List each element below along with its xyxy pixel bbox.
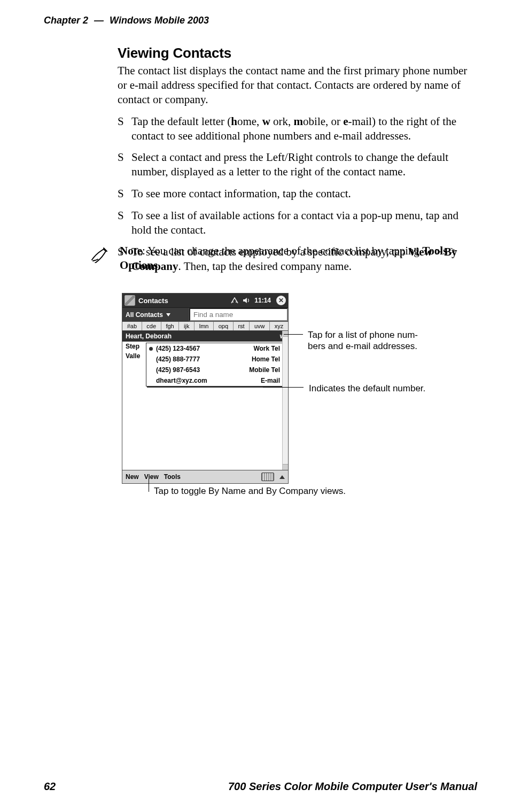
bullet-1: Tap the default letter (home, w ork, mob… <box>118 114 479 143</box>
start-flag-icon[interactable] <box>125 295 135 306</box>
command-bar: New View Tools <box>122 470 288 483</box>
alpha-cell[interactable]: ijk <box>179 322 195 330</box>
contact-name: Heart, Deborah <box>126 332 172 340</box>
running-footer: 62 700 Series Color Mobile Computer User… <box>44 780 477 793</box>
callout-leader <box>284 334 303 335</box>
category-label: All Contacts <box>126 311 163 319</box>
speaker-icon <box>243 297 250 304</box>
chevron-down-icon <box>166 313 170 316</box>
contact-row-selected[interactable]: Heart, Deborah w <box>122 331 288 342</box>
menu-view[interactable]: View <box>144 473 159 481</box>
device-screenshot: Contacts 11:14 ✕ All Contacts # <box>122 293 289 484</box>
contacts-list[interactable]: Heart, Deborah w Step Valle (425) 123-45… <box>122 331 288 470</box>
alpha-index[interactable]: #ab cde fgh ijk lmn opq rst uvw xyz <box>122 322 288 331</box>
scrollbar[interactable] <box>282 331 288 470</box>
callout-view-toggle: Tap to toggle By Name and By Company vie… <box>154 485 432 497</box>
app-title: Contacts <box>138 297 168 305</box>
popup-type: Work Tel <box>253 345 280 352</box>
bullet-3: To see more contact information, tap the… <box>118 187 479 201</box>
popup-value: (425) 987-6543 <box>156 366 200 374</box>
section-intro: The contact list displays the contact na… <box>118 64 479 107</box>
contact-popup: (425) 123-4567 Work Tel (425) 888-7777 H… <box>146 343 285 386</box>
section-title: Viewing Contacts <box>118 45 479 61</box>
close-icon[interactable]: ✕ <box>276 296 286 305</box>
alpha-cell[interactable]: #ab <box>122 322 142 330</box>
window-titlebar: Contacts 11:14 ✕ <box>122 293 288 308</box>
connectivity-icon <box>231 297 238 304</box>
book-part: Windows Mobile 2003 <box>110 15 209 26</box>
alpha-cell[interactable]: opq <box>214 322 234 330</box>
bullet-4: To see a list of available actions for a… <box>118 208 479 237</box>
popup-row[interactable]: (425) 123-4567 Work Tel <box>146 343 284 354</box>
note-text: Note: You can change the appearance of t… <box>120 244 479 273</box>
alpha-cell[interactable]: rst <box>234 322 250 330</box>
header-separator: — <box>91 15 107 26</box>
callout-popup: Tap for a list of phone num- bers and e-… <box>308 329 468 352</box>
callout-default: Indicates the default number. <box>309 383 480 394</box>
page-number: 62 <box>44 780 56 793</box>
popup-row[interactable]: dheart@xyz.com E-mail <box>146 375 284 386</box>
popup-value: (425) 123-4567 <box>156 345 200 352</box>
svg-point-0 <box>232 301 234 303</box>
callout-leader <box>263 387 304 388</box>
alpha-cell[interactable]: fgh <box>161 322 180 330</box>
popup-value: dheart@xyz.com <box>156 377 207 384</box>
callout-leader <box>149 479 149 492</box>
chapter-label: Chapter 2 <box>44 15 88 26</box>
bullet-2: Select a contact and press the Left/Righ… <box>118 150 479 179</box>
note-icon <box>91 246 111 265</box>
sip-up-icon[interactable] <box>279 475 285 479</box>
alpha-cell[interactable]: cde <box>142 322 161 330</box>
menu-new[interactable]: New <box>126 473 139 481</box>
popup-row[interactable]: (425) 987-6543 Mobile Tel <box>146 365 284 375</box>
manual-title: 700 Series Color Mobile Computer User's … <box>228 780 477 793</box>
running-header: Chapter 2 — Windows Mobile 2003 <box>44 15 209 26</box>
alpha-cell[interactable]: xyz <box>270 322 288 330</box>
menu-tools[interactable]: Tools <box>164 473 181 481</box>
find-input[interactable] <box>189 308 288 321</box>
popup-type: Home Tel <box>252 355 280 363</box>
popup-row[interactable]: (425) 888-7777 Home Tel <box>146 354 284 365</box>
clock: 11:14 <box>254 297 271 304</box>
popup-value: (425) 888-7777 <box>156 355 200 363</box>
alpha-cell[interactable]: uvw <box>250 322 270 330</box>
svg-point-1 <box>236 301 237 303</box>
keyboard-icon[interactable] <box>261 473 274 481</box>
category-dropdown[interactable]: All Contacts <box>122 308 189 321</box>
popup-type: Mobile Tel <box>249 366 280 374</box>
alpha-cell[interactable]: lmn <box>195 322 214 330</box>
popup-type: E-mail <box>261 377 280 384</box>
